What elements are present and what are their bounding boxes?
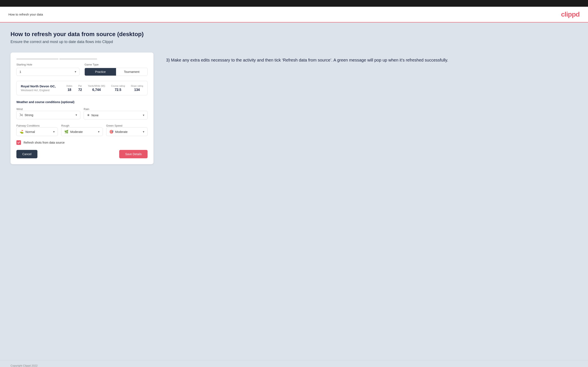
rain-group: Rain ☀ None ▼ (84, 107, 147, 119)
rough-value-display[interactable]: 🌿 Moderate (61, 128, 102, 136)
refresh-checkbox-row: Refresh shots from data source (16, 140, 147, 145)
page-subheading: Ensure the correct and most up to date d… (10, 40, 578, 44)
starting-hole-label: Starting Hole (16, 63, 79, 66)
wind-value-display[interactable]: 🌬 Strong (17, 111, 80, 119)
wind-rain-row: Wind 🌬 Strong ▼ Rain ☀ None (16, 107, 147, 119)
top-bar (0, 0, 588, 7)
footer: Copyright Clippd 2022 (0, 360, 588, 367)
slope-rating-value: 134 (131, 88, 143, 92)
green-speed-select[interactable]: 🎯 Moderate ▼ (106, 127, 147, 136)
refresh-checkbox[interactable] (16, 140, 21, 145)
green-speed-chevron-icon: ▼ (142, 130, 145, 133)
yards-stat: Yards/White (M)) 6,744 (88, 85, 105, 92)
practice-button[interactable]: Practice (85, 68, 116, 75)
course-rating-label: Course rating (111, 85, 125, 87)
checkmark-icon (17, 141, 20, 144)
wind-chevron-icon: ▼ (75, 114, 78, 117)
holes-value: 18 (66, 88, 72, 92)
green-speed-label: Green Speed (106, 124, 122, 127)
course-info: Royal North Devon GC, Westward Ho!, Engl… (21, 84, 56, 92)
button-row: Cancel Save Details (16, 150, 147, 158)
conditions-row-2: Fairway Conditions ⛳ Normal ▼ Rough 🌿 (16, 124, 147, 136)
wind-select[interactable]: 🌬 Strong ▼ (16, 111, 80, 119)
course-location: Westward Ho!, England (21, 89, 56, 92)
slope-rating-stat: Slope rating 134 (131, 85, 143, 92)
page-heading: How to refresh your data from source (de… (10, 31, 578, 38)
fairway-chevron-icon: ▼ (52, 130, 55, 133)
game-type-buttons: Practice Tournament (85, 68, 147, 76)
wind-group: Wind 🌬 Strong ▼ (16, 107, 80, 119)
tab-partial-1 (16, 58, 59, 60)
logo: clippd (561, 10, 579, 18)
instruction-text: 3) Make any extra edits necessary to the… (166, 57, 578, 63)
game-type-group: Game Type Practice Tournament (85, 63, 147, 76)
rain-select[interactable]: ☀ None ▼ (84, 111, 147, 119)
instruction-panel: 3) Make any extra edits necessary to the… (166, 52, 578, 63)
save-details-button[interactable]: Save Details (119, 150, 147, 158)
course-name: Royal North Devon GC, (21, 84, 56, 88)
course-rating-value: 72.5 (111, 88, 125, 92)
game-type-label: Game Type (85, 63, 147, 66)
rough-label: Rough (61, 124, 69, 127)
rain-label: Rain (84, 108, 89, 111)
form-card: Starting Hole 1 ▼ Game Type Practice Tou… (10, 52, 154, 164)
content-layout: Starting Hole 1 ▼ Game Type Practice Tou… (10, 52, 578, 164)
green-speed-value-display[interactable]: 🎯 Moderate (106, 128, 147, 136)
chevron-down-icon: ▼ (74, 70, 77, 73)
tab-partial-2 (59, 58, 97, 60)
fairway-select[interactable]: ⛳ Normal ▼ (16, 127, 58, 136)
starting-hole-group: Starting Hole 1 ▼ (16, 63, 79, 76)
rough-select[interactable]: 🌿 Moderate ▼ (61, 127, 103, 136)
starting-hole-select[interactable]: 1 ▼ (16, 68, 79, 76)
green-speed-icon: 🎯 (109, 130, 113, 134)
slope-rating-label: Slope rating (131, 85, 143, 87)
header-title: How to refresh your data (9, 13, 43, 16)
fairway-icon: ⛳ (19, 130, 24, 134)
top-form-row: Starting Hole 1 ▼ Game Type Practice Tou… (16, 63, 147, 76)
rough-icon: 🌿 (64, 130, 69, 134)
yards-value: 6,744 (88, 88, 105, 92)
fairway-group: Fairway Conditions ⛳ Normal ▼ (16, 124, 58, 136)
wind-label: Wind (16, 108, 23, 111)
holes-stat: Holes 18 (66, 85, 72, 92)
yards-label: Yards/White (M)) (88, 85, 105, 87)
starting-hole-value[interactable]: 1 (17, 68, 79, 75)
course-card: Royal North Devon GC, Westward Ho!, Engl… (16, 81, 147, 95)
par-label: Par (78, 85, 82, 87)
course-rating-stat: Course rating 72.5 (111, 85, 125, 92)
course-stats: Holes 18 Par 72 Yards/White (M)) 6,744 C… (66, 85, 143, 92)
par-value: 72 (78, 88, 82, 92)
fairway-label: Fairway Conditions (16, 124, 40, 127)
rain-icon: ☀ (87, 113, 90, 117)
main-content: How to refresh your data from source (de… (0, 23, 588, 360)
rain-value-display[interactable]: ☀ None (84, 111, 147, 119)
refresh-label: Refresh shots from data source (24, 141, 65, 144)
wind-icon: 🌬 (19, 113, 23, 117)
rough-group: Rough 🌿 Moderate ▼ (61, 124, 103, 136)
weather-section-title: Weather and course conditions (optional) (16, 100, 147, 104)
copyright-text: Copyright Clippd 2022 (10, 364, 38, 367)
fairway-value-display[interactable]: ⛳ Normal (17, 128, 58, 136)
holes-label: Holes (66, 85, 72, 87)
tournament-button[interactable]: Tournament (116, 68, 147, 75)
rough-chevron-icon: ▼ (97, 130, 100, 133)
header: How to refresh your data clippd (0, 7, 588, 23)
cancel-button[interactable]: Cancel (16, 150, 37, 158)
green-speed-group: Green Speed 🎯 Moderate ▼ (106, 124, 147, 136)
par-stat: Par 72 (78, 85, 82, 92)
rain-chevron-icon: ▼ (142, 114, 145, 117)
